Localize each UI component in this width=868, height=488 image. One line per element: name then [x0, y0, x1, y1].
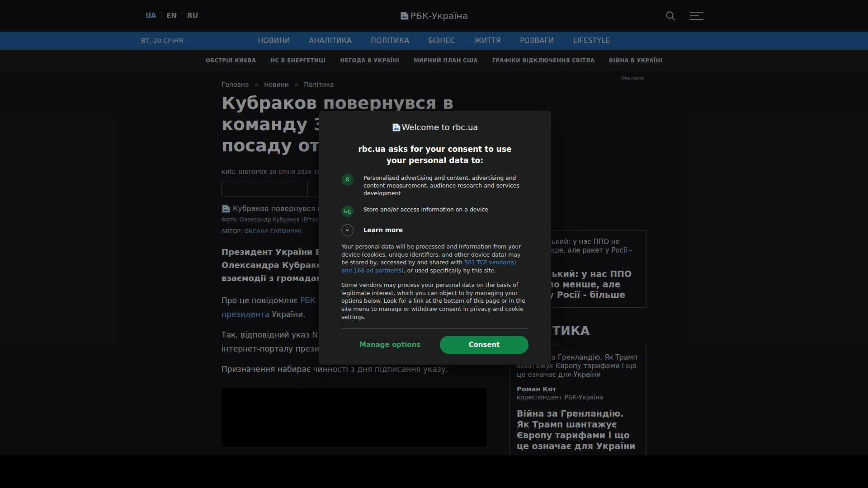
- modal-logo-alt-text: Welcome to rbc.ua: [402, 122, 478, 132]
- divider: [341, 328, 528, 328]
- consent-body-text: Some vendors may process your personal d…: [341, 281, 528, 321]
- manage-options-button[interactable]: Manage options: [359, 341, 420, 349]
- consent-dialog: Welcome to rbc.ua rbc.ua asks for your c…: [319, 111, 551, 365]
- consent-body-text: , or used specifically by this site.: [404, 267, 496, 274]
- person-icon: [341, 174, 354, 186]
- learn-more-toggle[interactable]: Learn more: [341, 224, 528, 236]
- purpose-row: Store and/or access information on a dev…: [341, 205, 528, 217]
- modal-logo-broken-image: Welcome to rbc.ua: [341, 122, 528, 132]
- consent-buttons-row: Manage options Consent: [341, 336, 528, 354]
- purpose-text: Store and/or access information on a dev…: [363, 205, 488, 214]
- purpose-text: Personalised advertising and content, ad…: [363, 174, 528, 197]
- consent-button[interactable]: Consent: [440, 336, 528, 354]
- chevron-down-icon[interactable]: [341, 224, 354, 236]
- learn-more-label: Learn more: [363, 226, 403, 234]
- purpose-row: Personalised advertising and content, ad…: [341, 174, 528, 197]
- consent-body-text: Your personal data will be processed and…: [341, 243, 528, 275]
- consent-heading: rbc.ua asks for your consent to use your…: [349, 144, 521, 166]
- broken-image-icon: [392, 123, 401, 131]
- device-icon: [341, 205, 354, 217]
